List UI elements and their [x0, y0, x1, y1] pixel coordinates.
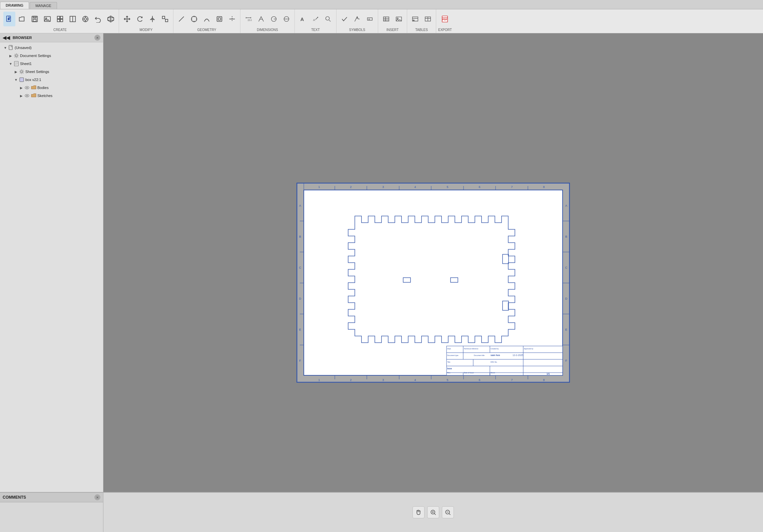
tab-manage[interactable]: MANAGE: [30, 2, 57, 9]
save-button[interactable]: [29, 12, 41, 26]
svg-text:D: D: [565, 297, 568, 300]
tree-label-doc-settings: Document Settings: [20, 54, 51, 58]
insert-image-button[interactable]: [41, 12, 53, 26]
svg-text:A: A: [313, 18, 315, 22]
checkmark-button[interactable]: [338, 12, 350, 26]
tree-item-sketches[interactable]: ▶ Sketches: [0, 92, 103, 100]
arc-button[interactable]: [201, 12, 213, 26]
weld-symbol-button[interactable]: ⊕: [364, 12, 376, 26]
toolbar-group-create: CREATE: [1, 9, 119, 33]
svg-point-63: [413, 20, 415, 21]
tree-item-sheet-settings[interactable]: ▶ Sheet Settings: [0, 68, 103, 76]
modify-label: MODIFY: [140, 28, 153, 32]
create-view-button[interactable]: [54, 12, 66, 26]
text-button[interactable]: A: [297, 12, 309, 26]
svg-text:7: 7: [511, 378, 513, 382]
gear-icon-sheet: [19, 69, 25, 75]
document-icon: [8, 45, 14, 51]
svg-text:Dept.: Dept.: [447, 348, 451, 350]
svg-line-174: [435, 514, 436, 515]
undo-button[interactable]: [92, 12, 104, 26]
sidebar-close-button[interactable]: ✕: [94, 35, 100, 41]
balloon-button[interactable]: [322, 12, 334, 26]
offset-button[interactable]: [213, 12, 225, 26]
open-button[interactable]: [16, 12, 28, 26]
tree-toggle-sheet-settings[interactable]: ▶: [13, 69, 19, 74]
svg-text:1: 1: [318, 378, 320, 382]
svg-text:12-2-2025: 12-2-2025: [513, 354, 523, 356]
eye-icon-sketches: [24, 93, 30, 99]
tree-toggle-root[interactable]: ▼: [3, 45, 8, 50]
leader-button[interactable]: A: [309, 12, 321, 26]
tree-item-sheet1[interactable]: ▼ Sheet1: [0, 60, 103, 68]
tree-item-box[interactable]: ▼ box v22:1: [0, 76, 103, 84]
comments-label: COMMENTS: [3, 495, 26, 500]
toolbar-group-export: PDF EXPORT: [436, 9, 454, 33]
zoom-fit-button[interactable]: [427, 506, 439, 518]
svg-rect-141: [503, 301, 509, 310]
svg-rect-83: [304, 190, 563, 375]
new-doc-button[interactable]: [3, 12, 15, 26]
eye-icon-bodies: [24, 85, 30, 91]
tree-item-bodies[interactable]: ▶ Bodies: [0, 84, 103, 92]
surface-finish-button[interactable]: [351, 12, 363, 26]
tree-label-sheet-settings: Sheet Settings: [25, 70, 49, 74]
mirror-button[interactable]: [146, 12, 158, 26]
bend-table-button[interactable]: [422, 12, 434, 26]
svg-text:Technical reference: Technical reference: [464, 348, 479, 350]
text-label: TEXT: [311, 28, 320, 32]
detail-view-button[interactable]: [79, 12, 91, 26]
tree-label-box: box v22:1: [25, 78, 41, 82]
text-buttons: A A: [297, 11, 334, 27]
svg-text:3: 3: [382, 378, 384, 382]
tree-item-root[interactable]: ▼ (Unsaved): [0, 44, 103, 52]
radial-dim-button[interactable]: [268, 12, 280, 26]
insert-table-button[interactable]: [380, 12, 392, 26]
svg-point-60: [397, 18, 399, 19]
svg-text:⊕: ⊕: [368, 18, 370, 21]
diameter-dim-button[interactable]: [280, 12, 292, 26]
trim-button[interactable]: [226, 12, 238, 26]
drawing-canvas[interactable]: 1 2 3 4 5 6 7 8 1 2 3 4 5 6 7 8: [103, 33, 763, 532]
line-button[interactable]: [175, 12, 187, 26]
tree-toggle-bodies[interactable]: ▶: [19, 85, 24, 90]
symbols-buttons: ⊕: [338, 11, 376, 27]
tree-toggle-sketches[interactable]: ▶: [19, 93, 24, 98]
zoom-in-button[interactable]: [442, 506, 454, 518]
folder-icon-bodies: [31, 85, 37, 91]
svg-text:A: A: [300, 17, 304, 22]
svg-line-51: [329, 20, 331, 22]
tree-item-doc-settings[interactable]: ▶ Document Settings: [0, 52, 103, 60]
export-pdf-button[interactable]: PDF: [439, 12, 451, 26]
linear-dim-button[interactable]: 15.0: [242, 12, 254, 26]
comments-content: [0, 502, 103, 532]
svg-marker-25: [152, 18, 154, 20]
geometry-label: GEOMETRY: [197, 28, 216, 32]
svg-rect-138: [503, 254, 509, 264]
rotate-button[interactable]: [134, 12, 146, 26]
hand-tool-button[interactable]: [413, 506, 425, 518]
comments-close-button[interactable]: ✕: [94, 494, 100, 500]
collapse-sidebar-icon[interactable]: ◀◀: [3, 35, 10, 40]
scale-button[interactable]: [159, 12, 171, 26]
tree-toggle-doc-settings[interactable]: ▶: [8, 53, 13, 58]
tab-drawing[interactable]: DRAWING: [0, 2, 29, 9]
svg-point-71: [15, 55, 17, 57]
view3d-button[interactable]: [105, 12, 117, 26]
sheet-svg: 1 2 3 4 5 6 7 8 1 2 3 4 5 6 7 8: [296, 183, 570, 383]
svg-rect-55: [384, 17, 389, 21]
insert-image2-button[interactable]: [393, 12, 405, 26]
move-button[interactable]: [121, 12, 133, 26]
svg-text:A: A: [299, 204, 301, 207]
tree-toggle-sheet1[interactable]: ▼: [8, 61, 13, 66]
svg-rect-3: [33, 16, 36, 18]
section-view-button[interactable]: [67, 12, 79, 26]
circle-button[interactable]: [188, 12, 200, 26]
angular-dim-button[interactable]: [255, 12, 267, 26]
svg-rect-140: [451, 278, 458, 282]
toolbar-group-modify: MODIFY: [119, 9, 173, 33]
svg-rect-7: [57, 16, 60, 19]
tree-toggle-box[interactable]: ▼: [13, 77, 19, 82]
hole-table-button[interactable]: [409, 12, 421, 26]
gear-icon-doc: [13, 53, 19, 59]
